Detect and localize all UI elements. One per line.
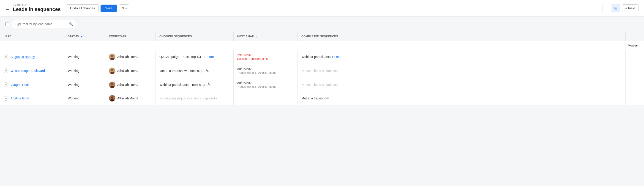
hamburger-icon[interactable]: ☰ [6,6,9,11]
more-arrow-icon: ▶ [636,44,638,47]
completed-value: Webinar participants [302,55,330,59]
avatar [109,68,116,74]
page-title: Leads in sequences [13,6,61,12]
title-area: SMART LIST Leads in sequences [13,4,61,12]
td-next-email: 30/06/2020 Tradeshow fu 1 · Athaliah Rom… [234,64,298,78]
table-row: ↻ Adeline Gow Working Athaliah Romà No o… [0,92,644,105]
grid-view-button[interactable]: ⊞ [612,4,620,12]
th-ownership: Ownership [105,32,156,41]
search-input[interactable] [15,22,67,26]
td-completed: No completed sequences [298,64,626,78]
th-lead: Lead [0,32,64,41]
lead-status-icon: ↻ [4,68,8,73]
lead-cell: ↻ Adeline Gow [4,96,29,100]
td-ownership: Athaliah Romà [105,50,156,64]
table-header: Lead Status ▼ Ownership Ongoing Sequence… [0,32,644,41]
th-more [626,32,644,41]
td-status: Working [64,64,105,78]
table-row: ↻ Augustus Barday Working Athaliah Romà … [0,50,644,64]
avatar [109,82,116,88]
lead-cell: ↻ Augustus Barday [4,54,35,59]
save-button[interactable]: Save [100,4,117,12]
td-lead: ↻ Vaughn Petti [0,78,64,92]
header: ☰ SMART LIST Leads in sequences Undo all… [0,0,644,16]
status-column-label: Status [68,35,79,38]
lead-cell: ↻ Vaughn Petti [4,82,29,87]
lead-name-link[interactable]: Adeline Gow [10,96,29,100]
add-field-button[interactable]: + Field [622,4,638,12]
completed-column-label: Completed Sequences [302,35,338,38]
ongoing-value: Q2 Campaign – next step 1/4 [160,55,201,59]
td-lead: ↻ Augustus Barday [0,50,64,64]
header-actions: Undo all changes Save ⚙ ▾ [66,4,130,12]
td-row-more [626,92,644,105]
ongoing-more[interactable]: +1 more [202,55,214,59]
svg-point-10 [111,96,113,99]
td-status: Working [64,50,105,64]
completed-value: Met at a tradeshow [302,96,329,100]
svg-point-4 [111,69,113,71]
next-email-cell: 29/06/2020 Not sent · Athaliah Romà [237,53,268,60]
email-sub: Tradeshow fu 1 · Athaliah Romà [237,71,276,74]
lead-name-link[interactable]: Westborough Boulevard [10,69,45,72]
owner-name: Athaliah Romà [117,55,138,59]
more-button[interactable]: More ▶ [625,42,640,48]
lead-status-icon: ↻ [4,54,8,59]
next-email-cell: 30/06/2020 Tradeshow fu 1 · Athaliah Rom… [237,67,276,74]
avatar [109,95,116,102]
status-value: Working [68,96,80,100]
gear-button[interactable]: ⚙ ▾ [119,4,130,12]
filter-icon[interactable]: ▼ [80,34,83,38]
table-row: ↻ Vaughn Petti Working Athaliah Romà Web… [0,78,644,92]
lead-name-link[interactable]: Augustus Barday [10,55,35,59]
th-completed: Completed Sequences [298,32,626,41]
ownership-cell: Athaliah Romà [109,82,138,88]
gear-icon: ⚙ [122,6,124,10]
svg-point-7 [111,83,113,85]
td-completed: Webinar participants +1 more [298,50,626,64]
owner-name: Athaliah Romà [117,83,138,86]
td-status: Working [64,92,105,105]
td-ongoing: Met at a tradeshow – next step 1/4 [156,64,234,78]
ownership-cell: Athaliah Romà [109,54,138,60]
lead-cell: ↻ Westborough Boulevard [4,68,45,73]
ownership-cell: Athaliah Romà [109,95,138,102]
no-completed-label: No completed sequences [302,69,338,72]
search-box: 🔍 [12,20,76,28]
ongoing-value: Webinar participants – next step 1/3 [160,83,210,86]
chevron-down-icon: ▾ [125,6,127,10]
td-ownership: Athaliah Romà [105,64,156,78]
header-right: ☰ ⊞ + Field [602,4,638,12]
sort-icon[interactable]: ↑ [256,35,258,38]
lead-status-icon: ↻ [4,96,8,100]
table: Lead Status ▼ Ownership Ongoing Sequence… [0,32,644,105]
status-value: Working [68,69,80,72]
th-ongoing: Ongoing Sequences [156,32,234,41]
td-next-email: 29/06/2020 Not sent · Athaliah Romà [234,50,298,64]
td-row-more [626,50,644,64]
email-sub: Tradeshow fu 1 · Athaliah Romà [237,85,276,88]
td-ongoing: Webinar participants – next step 1/3 [156,78,234,92]
status-value: Working [68,83,80,86]
td-next-email: 30/06/2020 Tradeshow fu 1 · Athaliah Rom… [234,78,298,92]
email-date: 30/06/2020 [237,67,276,71]
search-icon: 🔍 [69,22,73,26]
ongoing-value: No ongoing sequences, has completed s… [160,96,220,100]
completed-more[interactable]: +1 more [332,55,343,59]
svg-point-1 [111,55,113,57]
next-email-cell: 30/06/2020 Tradeshow fu 1 · Athaliah Rom… [237,81,276,88]
table-row: ↻ Westborough Boulevard Working Athaliah… [0,64,644,78]
select-all-checkbox[interactable] [6,22,9,26]
undo-button[interactable]: Undo all changes [66,4,99,12]
avatar [109,54,116,60]
td-status: Working [64,78,105,92]
email-date: 30/06/2020 [237,81,276,85]
toolbar: 🔍 [0,16,644,32]
th-next-email: Next Email ↑ [234,32,298,41]
list-view-button[interactable]: ☰ [603,4,612,12]
status-value: Working [68,55,80,59]
td-next-email [234,92,298,105]
lead-status-icon: ↻ [4,82,8,87]
lead-name-link[interactable]: Vaughn Petti [10,83,29,86]
td-row-more [626,64,644,78]
